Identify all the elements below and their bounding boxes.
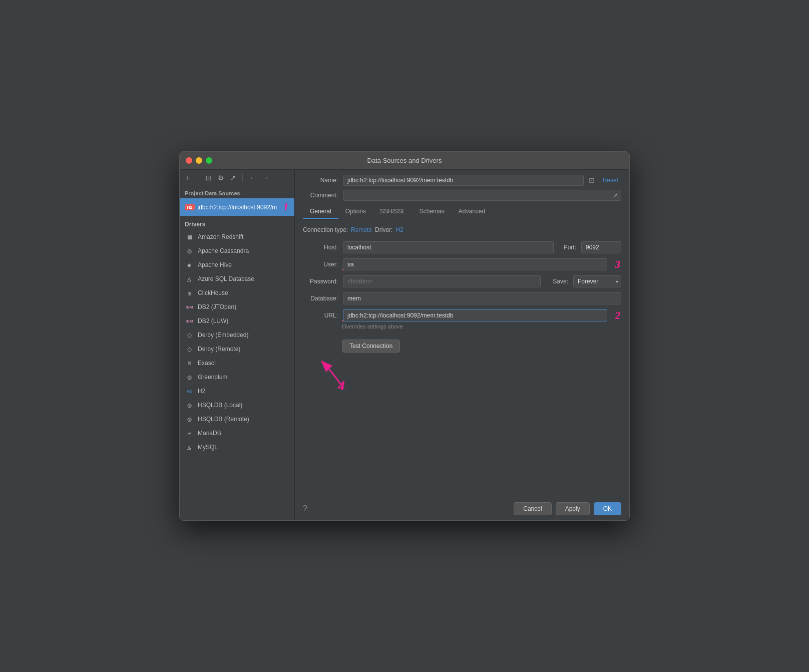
password-row: Password: Save: Forever Until restart Ne… xyxy=(303,275,621,287)
separator xyxy=(242,174,243,182)
driver-name: Apache Hive xyxy=(198,261,232,268)
sidebar-toolbar: + − ⊡ ⚙ ↗ ← → xyxy=(180,170,294,186)
mysql-icon: ◬ xyxy=(185,443,194,452)
tab-schemas[interactable]: Schemas xyxy=(413,205,452,219)
name-row: Name: ⊡ Reset xyxy=(303,175,621,186)
project-datasource-label: jdbc:h2:tcp://localhost:9092/m xyxy=(198,204,280,211)
db2-jtopen-icon: IBM xyxy=(185,302,194,311)
url-input[interactable] xyxy=(343,309,607,321)
save-select[interactable]: Forever Until restart Never xyxy=(573,275,621,287)
url-label: URL: xyxy=(303,312,338,319)
driver-item-apache-cassandra[interactable]: ◎ Apache Cassandra xyxy=(180,244,294,258)
test-connection-section: Test Connection 4 xyxy=(303,334,621,393)
minimize-button[interactable] xyxy=(196,157,202,164)
comment-expand-button[interactable]: ↗ xyxy=(610,190,621,201)
h2-icon: H2 xyxy=(185,387,194,396)
tab-advanced[interactable]: Advanced xyxy=(452,205,492,219)
back-button[interactable]: ← xyxy=(247,173,258,183)
driver-label: Driver: xyxy=(375,226,392,233)
driver-item-derby-remote[interactable]: ◌ Derby (Remote) xyxy=(180,342,294,356)
driver-item-db2-luw[interactable]: IBM DB2 (LUW) xyxy=(180,314,294,328)
save-select-wrapper: Forever Until restart Never xyxy=(573,275,621,287)
database-input[interactable] xyxy=(343,292,621,304)
database-row: Database: xyxy=(303,292,621,304)
reset-button[interactable]: Reset xyxy=(600,176,621,185)
driver-list: ▦ Amazon Redshift ◎ Apache Cassandra ◈ A… xyxy=(180,230,294,520)
remove-button[interactable]: − xyxy=(194,173,202,183)
driver-item-azure-sql[interactable]: △ Azure SQL Database xyxy=(180,272,294,286)
port-label: Port: xyxy=(559,244,576,251)
driver-item-mariadb[interactable]: ∾ MariaDB xyxy=(180,426,294,440)
driver-item-clickhouse[interactable]: ||| ClickHouse xyxy=(180,286,294,300)
driver-item-hsqldb-local[interactable]: ◎ HSQLDB (Local) xyxy=(180,398,294,412)
comment-wrapper: ↗ xyxy=(343,190,621,201)
copy-button[interactable]: ⊡ xyxy=(204,173,214,183)
user-input[interactable] xyxy=(343,258,607,270)
host-port-row: Host: Port: xyxy=(303,241,621,253)
driver-item-derby-embedded[interactable]: ◌ Derby (Embedded) xyxy=(180,328,294,342)
clickhouse-icon: ||| xyxy=(185,288,194,297)
driver-item-h2[interactable]: H2 H2 xyxy=(180,384,294,398)
settings-button[interactable]: ⚙ xyxy=(216,173,226,183)
driver-item-amazon-redshift[interactable]: ▦ Amazon Redshift xyxy=(180,230,294,244)
apache-hive-icon: ◈ xyxy=(185,260,194,269)
main-header: Name: ⊡ Reset Comment: ↗ General Optio xyxy=(295,170,629,219)
password-input[interactable] xyxy=(343,275,541,287)
project-datasource-item[interactable]: H2 jdbc:h2:tcp://localhost:9092/m 1 xyxy=(180,198,294,216)
test-connection-button[interactable]: Test Connection xyxy=(342,340,400,353)
driver-value[interactable]: H2 xyxy=(395,226,403,233)
host-input[interactable] xyxy=(343,241,554,253)
driver-item-greenplum[interactable]: ◎ Greenplum xyxy=(180,370,294,384)
driver-item-mysql[interactable]: ◬ MySQL xyxy=(180,440,294,454)
driver-name: Derby (Embedded) xyxy=(198,331,248,339)
close-button[interactable] xyxy=(186,157,192,164)
arrow-svg xyxy=(303,353,383,393)
tab-ssh-ssl[interactable]: SSH/SSL xyxy=(373,205,413,219)
maximize-button[interactable] xyxy=(206,157,212,164)
driver-item-exasol[interactable]: ✕ Exasol xyxy=(180,356,294,370)
annotation-2: 2 xyxy=(615,310,620,321)
hsqldb-local-icon: ◎ xyxy=(185,401,194,410)
help-button[interactable]: ? xyxy=(303,504,307,513)
main-window: Data Sources and Drivers + − ⊡ ⚙ ↗ ← → P… xyxy=(179,151,630,521)
apply-button[interactable]: Apply xyxy=(556,502,590,515)
driver-item-db2-jtopen[interactable]: IBM DB2 (JTOpen) xyxy=(180,300,294,314)
cancel-button[interactable]: Cancel xyxy=(514,502,551,515)
derby-remote-icon: ◌ xyxy=(185,345,194,354)
comment-input[interactable] xyxy=(343,190,610,201)
tab-options[interactable]: Options xyxy=(338,205,373,219)
arrow-annotation: 4 xyxy=(303,353,621,393)
content-area: + − ⊡ ⚙ ↗ ← → Project Data Sources H2 jd… xyxy=(180,170,629,520)
import-button[interactable]: ↗ xyxy=(228,173,238,183)
tab-general[interactable]: General xyxy=(303,205,338,219)
driver-name: H2 xyxy=(198,388,205,395)
comment-label: Comment: xyxy=(303,192,338,199)
driver-item-hsqldb-remote[interactable]: ◎ HSQLDB (Remote) xyxy=(180,412,294,426)
connection-type-value[interactable]: Remote xyxy=(351,226,372,233)
name-expand-icon[interactable]: ⊡ xyxy=(589,176,595,184)
traffic-lights xyxy=(186,157,212,164)
forward-button[interactable]: → xyxy=(260,173,271,183)
h2-badge: H2 xyxy=(185,204,195,210)
tabs: General Options SSH/SSL Schemas Advanced xyxy=(303,205,621,219)
url-section: URL: 2 xyxy=(303,309,621,321)
driver-name: Amazon Redshift xyxy=(198,233,243,240)
user-label: User: xyxy=(303,261,338,268)
footer: ? Cancel Apply OK xyxy=(295,497,629,520)
host-label: Host: xyxy=(303,244,338,251)
window-title: Data Sources and Drivers xyxy=(367,157,442,164)
main-panel: Name: ⊡ Reset Comment: ↗ General Optio xyxy=(295,170,629,520)
db2-luw-icon: IBM xyxy=(185,316,194,325)
driver-name: Apache Cassandra xyxy=(198,247,249,254)
driver-item-apache-hive[interactable]: ◈ Apache Hive xyxy=(180,258,294,272)
hsqldb-remote-icon: ◎ xyxy=(185,415,194,424)
port-input[interactable] xyxy=(581,241,621,253)
sidebar: + − ⊡ ⚙ ↗ ← → Project Data Sources H2 jd… xyxy=(180,170,295,520)
name-input[interactable] xyxy=(343,175,584,186)
add-button[interactable]: + xyxy=(184,173,192,183)
driver-name: Azure SQL Database xyxy=(198,275,254,282)
url-row: URL: 2 xyxy=(303,309,621,321)
connection-type-label: Connection type: xyxy=(303,226,348,233)
derby-embedded-icon: ◌ xyxy=(185,330,194,340)
ok-button[interactable]: OK xyxy=(594,502,621,515)
